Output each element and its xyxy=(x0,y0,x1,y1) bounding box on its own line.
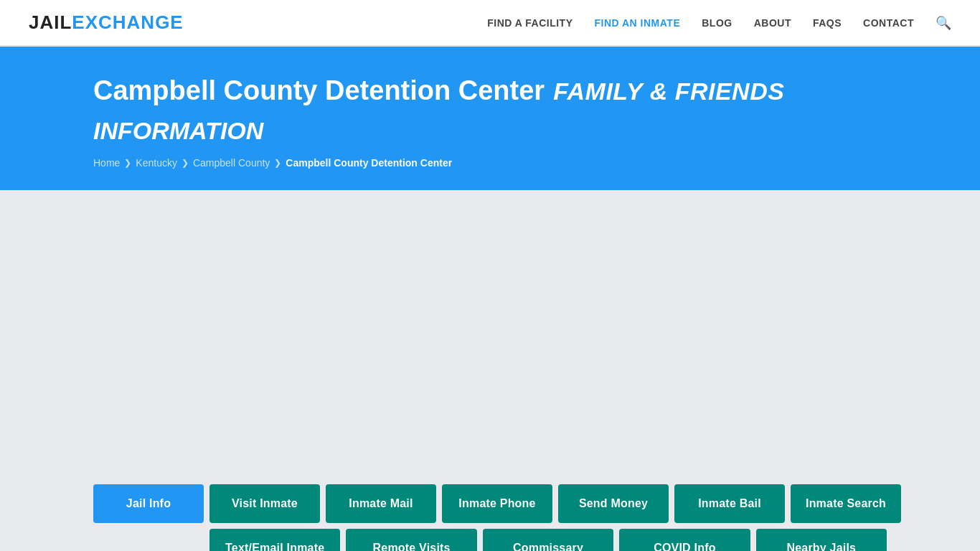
btn-nearby-jails[interactable]: Nearby Jails xyxy=(756,529,887,551)
button-section: Jail InfoVisit InmateInmate MailInmate P… xyxy=(0,470,980,551)
btn-visit-inmate[interactable]: Visit Inmate xyxy=(209,484,320,523)
btn-inmate-phone[interactable]: Inmate Phone xyxy=(442,484,552,523)
btn-inmate-search[interactable]: Inmate Search xyxy=(791,484,901,523)
breadcrumb-sep-2: ❯ xyxy=(182,158,189,168)
breadcrumb-home[interactable]: Home xyxy=(93,157,120,169)
btn-send-money[interactable]: Send Money xyxy=(558,484,669,523)
button-row-2: Text/Email InmateRemote VisitsCommissary… xyxy=(209,529,887,551)
nav-blog[interactable]: BLOG xyxy=(702,17,732,29)
title-italic2-row: INFORMATION xyxy=(93,115,263,146)
breadcrumb-county[interactable]: Campbell County xyxy=(193,157,270,169)
button-row-1: Jail InfoVisit InmateInmate MailInmate P… xyxy=(93,484,887,523)
btn-inmate-bail[interactable]: Inmate Bail xyxy=(674,484,785,523)
breadcrumb: Home ❯ Kentucky ❯ Campbell County ❯ Camp… xyxy=(93,157,887,169)
logo-exchange: EXCHANGE xyxy=(72,11,183,34)
site-header: JAIL EXCHANGE FIND A FACILITY FIND AN IN… xyxy=(0,0,980,47)
ad-area xyxy=(93,190,887,405)
nav-find-facility[interactable]: FIND A FACILITY xyxy=(487,17,573,29)
nav-about[interactable]: ABOUT xyxy=(754,17,791,29)
main-nav: FIND A FACILITY FIND AN INMATE BLOG ABOU… xyxy=(487,15,951,31)
logo-jail: JAIL xyxy=(29,11,72,34)
breadcrumb-sep-3: ❯ xyxy=(274,158,281,168)
btn-inmate-mail[interactable]: Inmate Mail xyxy=(326,484,436,523)
nav-contact[interactable]: CONTACT xyxy=(863,17,914,29)
btn-remote-visits[interactable]: Remote Visits xyxy=(346,529,476,551)
title-main: Campbell County Detention Center xyxy=(93,75,545,106)
main-content-area xyxy=(0,190,980,470)
nav-find-inmate[interactable]: FIND AN INMATE xyxy=(594,17,680,29)
breadcrumb-kentucky[interactable]: Kentucky xyxy=(136,157,177,169)
title-italic2: INFORMATION xyxy=(93,117,263,144)
btn-text/email-inmate[interactable]: Text/Email Inmate xyxy=(209,529,340,551)
nav-faqs[interactable]: FAQs xyxy=(813,17,842,29)
hero-section: Campbell County Detention Center FAMILY … xyxy=(0,47,980,190)
page-title: Campbell County Detention Center FAMILY … xyxy=(93,75,887,146)
search-icon[interactable]: 🔍 xyxy=(936,15,951,31)
btn-commissary[interactable]: Commissary xyxy=(483,529,613,551)
site-logo[interactable]: JAIL EXCHANGE xyxy=(29,11,184,34)
title-italic: FAMILY & FRIENDS xyxy=(553,77,784,105)
breadcrumb-active: Campbell County Detention Center xyxy=(286,157,452,169)
breadcrumb-sep-1: ❯ xyxy=(124,158,131,168)
btn-jail-info[interactable]: Jail Info xyxy=(93,484,204,523)
btn-covid-info[interactable]: COVID Info xyxy=(619,529,750,551)
